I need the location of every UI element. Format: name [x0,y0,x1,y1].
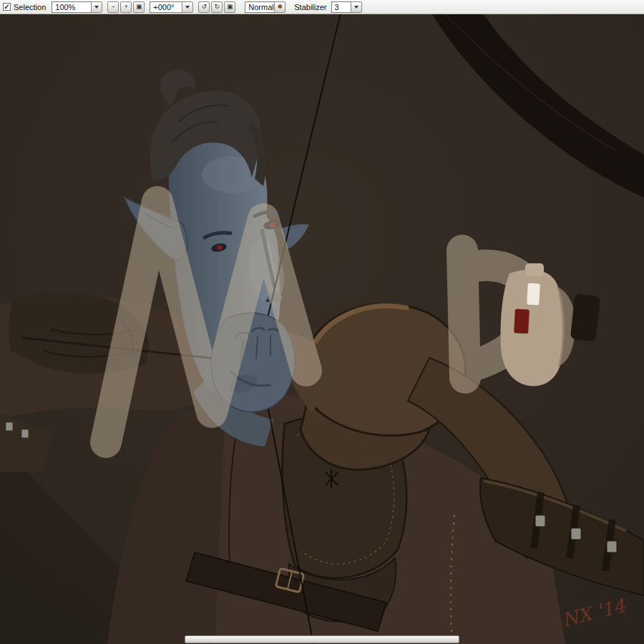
mode-value-field[interactable]: Normal [245,1,275,13]
rotation-dropdown-button[interactable] [182,1,193,13]
bracer-buckle [21,429,29,438]
rotate-reset-button[interactable]: ▣ [224,1,235,13]
white-chip [527,283,540,306]
bracer-buckle [6,422,13,431]
dark-object [570,293,600,341]
zoom-dropdown-button[interactable] [91,1,102,13]
selection-toggle[interactable]: ✓ Selection [3,3,47,11]
zoom-buttons: − + ▣ [107,1,145,13]
strap-clasp [571,528,581,540]
mode-combo: Normal ✽ [245,1,286,13]
check-icon: ✓ [4,4,9,11]
zoom-combo: 100% [52,1,102,13]
rotation-buttons: ↺ ↻ ▣ [198,1,235,13]
horizontal-scrollbar-thumb[interactable] [185,635,459,643]
left-eye [218,245,223,250]
strap-clasp [607,541,617,552]
object-cap [525,263,544,276]
strap-clasp [535,515,545,527]
zoom-out-button[interactable]: − [107,1,119,13]
red-marker-icon: ✽ [278,4,283,10]
horizontal-scrollbar-track[interactable] [0,635,644,644]
selection-label: Selection [13,3,47,11]
rotate-ccw-button[interactable]: ↺ [198,1,210,13]
chevron-down-icon [94,6,99,9]
zoom-value-field[interactable]: 100% [52,1,92,13]
rotation-combo: +000° [150,1,193,13]
zoom-in-button[interactable]: + [120,1,132,13]
nostril [266,299,270,303]
red-chip [514,308,530,333]
stabilizer-dropdown-button[interactable] [351,1,362,13]
rotation-value-field[interactable]: +000° [150,1,182,13]
painting-canvas[interactable]: NX '14 [0,14,644,644]
canvas-area[interactable]: NX '14 [0,14,644,644]
chevron-down-icon [354,6,358,9]
stabilizer-label: Stabilizer [293,3,327,11]
mode-extra-button[interactable]: ✽ [274,1,286,13]
selection-checkbox[interactable]: ✓ [3,3,11,11]
zoom-fit-button[interactable]: ▣ [133,1,145,13]
rotate-cw-button[interactable]: ↻ [211,1,223,13]
stabilizer-combo: 3 [331,1,362,13]
top-toolbar: ✓ Selection 100% − + ▣ +000° ↺ ↻ ▣ Norma… [0,0,644,14]
stabilizer-value-field[interactable]: 3 [331,1,351,13]
chevron-down-icon [185,6,190,9]
